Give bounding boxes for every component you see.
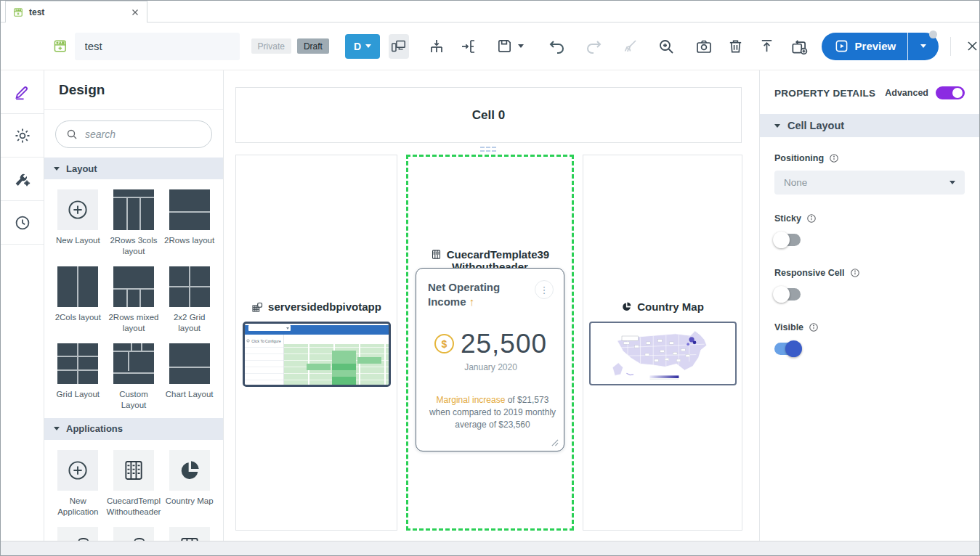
cuecard-value: 25,500 [461, 329, 547, 359]
preview-button[interactable]: Preview [822, 33, 909, 60]
tab-bar: test [1, 1, 979, 23]
preview-button-group[interactable]: Preview [822, 33, 939, 60]
positioning-value: None [784, 177, 807, 188]
layout-section-label: Layout [66, 163, 97, 174]
table-columns-icon [169, 527, 210, 543]
info-icon[interactable] [829, 153, 839, 163]
rail-item-settings[interactable] [1, 114, 44, 158]
rail-item-widgets[interactable] [1, 158, 44, 201]
layout-item-custom-layout[interactable]: Custom Layout [107, 343, 160, 411]
visible-toggle[interactable] [774, 343, 801, 355]
sticky-toggle[interactable] [774, 234, 801, 246]
undo-button[interactable] [548, 38, 566, 55]
save-options-chevron-icon[interactable] [518, 44, 524, 48]
layout-item-grid-layout[interactable]: Grid Layout [52, 343, 105, 411]
applications-items-grid: New Application CuecardTempl Withouthead… [44, 440, 223, 542]
dashboard-tab[interactable]: test [5, 1, 147, 23]
layout-item-new-layout[interactable]: New Layout [52, 189, 105, 257]
dashboard-name-input[interactable] [75, 33, 240, 60]
zoom-button[interactable] [657, 38, 675, 55]
layout-item-2rows[interactable]: 2Rows layout [163, 189, 216, 257]
configure-hint: Click To Configure [245, 336, 283, 346]
cell-layout-section-label: Cell Layout [787, 120, 844, 131]
tab-close-icon[interactable] [131, 8, 139, 17]
info-icon[interactable] [809, 322, 819, 332]
responsive-cell-toggle[interactable] [774, 288, 801, 301]
layout-thumbnail [169, 189, 210, 230]
new-layout-plus-icon [57, 189, 98, 230]
rail-item-design[interactable] [1, 70, 44, 114]
dashboard-tab-icon [13, 7, 23, 17]
layout-item-chart-layout[interactable]: Chart Layout [163, 343, 216, 411]
search-input[interactable] [55, 120, 212, 148]
delete-button[interactable] [727, 38, 744, 54]
app-item-heatmap[interactable]: Heatmap [52, 527, 105, 543]
layout-item-2rows-3cols[interactable]: 2Rows 3cols layout [107, 189, 160, 257]
widget-list-button[interactable] [460, 38, 477, 55]
redo-icon [585, 38, 602, 55]
layout-thumbnail [113, 266, 154, 307]
chevron-down-icon [54, 427, 60, 430]
canvas-cell-cuecard-selected[interactable]: CuecardTemplate39 Withoutheader Net Oper… [406, 155, 574, 531]
visible-label-row: Visible [774, 322, 965, 332]
positioning-dropdown[interactable]: None [774, 171, 965, 195]
dashboard-app-icon [53, 36, 68, 56]
layout-thumbnail [57, 343, 98, 384]
layout-item-2x2-grid[interactable]: 2x2 Grid layout [163, 266, 216, 334]
layout-item-2cols[interactable]: 2Cols layout [52, 266, 105, 334]
rail-item-history[interactable] [1, 201, 44, 245]
canvas-cell-pivot[interactable]: serversidedbpivotapp Click To Configure [235, 155, 397, 531]
cuecard-menu-button[interactable]: ⋮ [535, 280, 554, 299]
app-item-country-map[interactable]: Country Map [163, 450, 216, 518]
device-preview-button[interactable] [389, 34, 409, 59]
layout-item-2rows-mixed[interactable]: 2Rows mixed layout [107, 266, 160, 334]
tab-title: test [29, 7, 125, 17]
clear-canvas-button[interactable] [621, 38, 639, 55]
item-label: New Application [52, 496, 105, 518]
layout-section-header[interactable]: Layout [44, 158, 223, 179]
row-resize-handle[interactable] [480, 147, 496, 152]
currency-coin-icon: $ [434, 334, 454, 353]
cell-layout-section-header[interactable]: Cell Layout [760, 114, 979, 137]
search-icon [66, 128, 78, 140]
applications-section-header[interactable]: Applications [44, 418, 223, 440]
screenshot-button[interactable] [695, 38, 713, 55]
item-label: CuecardTempl Withoutheader [107, 496, 161, 518]
dashboard-canvas[interactable]: Cell 0 serversidedbpivotapp [224, 70, 759, 542]
app-item-cuecard-template[interactable]: CuecardTempl Withoutheader [107, 450, 160, 518]
pivot-widget-thumbnail[interactable]: Click To Configure [243, 322, 391, 387]
app-item-accordion[interactable]: Accordion - [163, 527, 216, 543]
map-widget-thumbnail[interactable] [589, 322, 737, 385]
datasource-dropdown-label: D [354, 41, 361, 52]
merge-cells-button[interactable] [428, 38, 445, 55]
notification-dot [929, 30, 937, 38]
item-label: 2Rows layout [164, 235, 214, 246]
gear-icon [246, 339, 250, 343]
canvas-cell-map[interactable]: Country Map [583, 155, 742, 531]
duplicate-widget-button[interactable] [790, 37, 809, 56]
item-label: Grid Layout [57, 389, 100, 400]
responsive-device-icon [391, 38, 406, 54]
info-icon[interactable] [806, 213, 817, 224]
widget-resize-handle[interactable] [551, 438, 559, 446]
info-icon[interactable] [850, 268, 860, 278]
cuecard-widget[interactable]: Net Operating Income ↑ ⋮ $ 25,500 Januar… [416, 268, 564, 451]
close-designer-button[interactable] [965, 39, 979, 53]
datasource-dropdown-button[interactable]: D [345, 34, 380, 59]
grid-database-icon [57, 527, 98, 543]
redo-button[interactable] [585, 38, 602, 55]
advanced-toggle[interactable] [936, 86, 965, 99]
design-panel: Design Layout New Layout [44, 70, 224, 542]
layout-thumbnail [57, 266, 98, 307]
dashboard-designer-window: test Private Draft D [0, 0, 980, 556]
cuecard-title: Net Operating Income ↑ [428, 280, 519, 310]
trend-up-arrow: ↑ [469, 295, 475, 308]
canvas-cell-0[interactable]: Cell 0 [235, 87, 742, 143]
app-item-pivot-table[interactable]: Pivot Table [107, 527, 160, 543]
app-item-new-application[interactable]: New Application [52, 450, 105, 518]
publish-button[interactable] [758, 38, 775, 54]
map-widget-label: Country Map [637, 301, 704, 313]
property-panel-title: PROPERTY DETAILS [774, 88, 875, 99]
save-button-group[interactable] [496, 38, 524, 54]
grid-database-icon [113, 527, 154, 543]
